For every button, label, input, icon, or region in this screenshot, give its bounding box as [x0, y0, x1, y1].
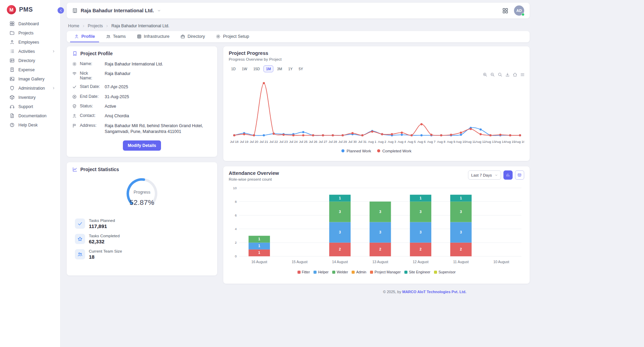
range-5y[interactable]: 5Y	[296, 65, 305, 72]
sidebar-item-help-desk[interactable]: Help Desk	[0, 120, 60, 130]
sidebar-item-image-gallery[interactable]: Image Gallery	[0, 74, 60, 84]
legend-item-project-manager[interactable]: Project Manager	[370, 270, 401, 274]
chevron-right-icon	[105, 24, 109, 28]
tab-directory[interactable]: Directory	[176, 31, 209, 42]
field-label: Start Date:	[80, 84, 102, 89]
table-icon	[517, 173, 522, 177]
project-progress-subtitle: Progress Overview by Project	[229, 57, 524, 62]
sidebar-item-directory[interactable]: Directory	[0, 56, 60, 65]
svg-text:Aug 5: Aug 5	[407, 140, 416, 144]
help-icon	[10, 122, 15, 127]
range-1d[interactable]: 1D	[229, 65, 238, 72]
chevron-right-icon	[52, 86, 55, 90]
svg-text:13 August: 13 August	[372, 260, 388, 264]
tab-infrastructure[interactable]: Infrastructure	[133, 31, 174, 42]
range-1w[interactable]: 1W	[239, 65, 249, 72]
left-column: Project Profile Name:Raja Bahadur Intern…	[67, 46, 217, 275]
user-avatar[interactable]: AD	[514, 5, 524, 16]
legend-item-helper[interactable]: Helper	[313, 270, 328, 274]
sidebar-collapse-button[interactable]	[58, 7, 64, 14]
sidebar-item-activities[interactable]: Activities	[0, 47, 60, 56]
svg-text:15 August: 15 August	[292, 260, 308, 264]
svg-text:3: 3	[339, 210, 341, 214]
zoom-out-icon[interactable]	[490, 72, 495, 77]
legend-swatch	[377, 149, 380, 152]
field-value: Raja Bahadur International Ltd.	[105, 61, 212, 67]
legend-swatch	[297, 271, 301, 274]
sidebar-item-administration[interactable]: Administration	[0, 84, 60, 93]
stats-list: Tasks Planned117,891Tasks Completed62,33…	[72, 218, 212, 260]
range-1m[interactable]: 1M	[263, 65, 273, 72]
menu-icon[interactable]	[520, 72, 525, 77]
attendance-overview-card: Attendance Overview Role-wise present co…	[223, 166, 530, 284]
gallery-icon	[10, 76, 15, 81]
legend-swatch	[313, 271, 317, 274]
avatar-initials: AD	[516, 9, 522, 13]
home-icon[interactable]	[513, 72, 517, 77]
svg-text:2: 2	[235, 241, 237, 244]
zoom-in-icon[interactable]	[483, 72, 487, 77]
footer-company-link[interactable]: MARCO AIoT Technologies Pvt. Ltd.	[402, 290, 466, 294]
svg-text:Aug 3: Aug 3	[388, 140, 396, 144]
search-icon[interactable]	[498, 72, 502, 77]
bookmark-icon	[72, 51, 78, 56]
sidebar-item-inventory[interactable]: Inventory	[0, 93, 60, 102]
sidebar-item-support[interactable]: Support	[0, 102, 60, 111]
app-root: M PMS DashboardProjectsEmployeesActiviti…	[0, 0, 644, 347]
svg-text:Jul 24: Jul 24	[289, 140, 298, 144]
svg-text:3: 3	[420, 230, 422, 234]
legend-item-supervisor[interactable]: Supervisor	[434, 270, 455, 274]
legend-label: Admin	[356, 270, 366, 274]
select-value: Last 7 Days	[471, 173, 492, 177]
profile-fields: Name:Raja Bahadur International Ltd.Nick…	[72, 61, 212, 135]
attendance-titles: Attendance Overview Role-wise present co…	[229, 170, 279, 182]
apps-grid-button[interactable]	[502, 7, 509, 14]
svg-text:Aug 7: Aug 7	[427, 140, 435, 144]
sidebar-item-dashboard[interactable]: Dashboard	[0, 19, 60, 28]
tab-teams[interactable]: Teams	[102, 31, 130, 42]
company-selector[interactable]: Raja Bahadur International Ltd.	[72, 8, 161, 13]
download-icon[interactable]	[505, 72, 510, 77]
sidebar-item-documentation[interactable]: Documentation	[0, 111, 60, 120]
sidebar-nav: DashboardProjectsEmployeesActivitiesDire…	[0, 19, 60, 130]
projects-icon	[10, 30, 15, 35]
check-icon	[72, 85, 77, 89]
sidebar-item-expense[interactable]: Expense	[0, 65, 60, 74]
field-label: Status:	[80, 104, 102, 108]
sidebar-item-employees[interactable]: Employees	[0, 37, 60, 47]
svg-text:10: 10	[233, 186, 237, 190]
breadcrumb-item[interactable]: Home	[68, 24, 79, 28]
range-3m[interactable]: 3M	[275, 65, 285, 72]
tab-label: Directory	[188, 34, 205, 39]
tab-profile[interactable]: Profile	[70, 31, 99, 42]
directory-icon	[10, 58, 15, 63]
field-contact: Contact:Anuj Chordia	[72, 113, 212, 119]
sidebar-item-projects[interactable]: Projects	[0, 28, 60, 37]
tab-project-setup[interactable]: Project Setup	[212, 31, 253, 42]
legend-item-fitter[interactable]: Fitter	[297, 270, 310, 274]
grid-icon	[137, 34, 142, 39]
date-range-select[interactable]: Last 7 Days	[468, 170, 501, 180]
legend-label: Supervisor	[438, 270, 455, 274]
legend-item-completed-work[interactable]: Completed Work	[377, 149, 411, 153]
nav-label: Expense	[18, 67, 35, 72]
svg-text:2: 2	[339, 247, 341, 251]
breadcrumb-item[interactable]: Projects	[88, 24, 103, 28]
field-value: Anuj Chordia	[105, 113, 212, 119]
legend-label: Fitter	[302, 270, 310, 274]
legend-item-admin[interactable]: Admin	[352, 270, 366, 274]
legend-item-site-engineer[interactable]: Site Engineer	[404, 270, 430, 274]
legend-item-planned-work[interactable]: Planned Work	[341, 149, 371, 153]
chart-view-button[interactable]	[503, 170, 513, 180]
nav-label: Directory	[18, 58, 35, 63]
svg-text:1: 1	[258, 251, 260, 255]
legend-label: Welder	[337, 270, 348, 274]
svg-text:Aug 15: Aug 15	[505, 140, 515, 144]
modify-details-button[interactable]: Modify Details	[123, 140, 161, 151]
range-15d[interactable]: 15D	[251, 65, 262, 72]
table-view-button[interactable]	[515, 170, 524, 180]
range-1y[interactable]: 1Y	[286, 65, 295, 72]
users-icon	[75, 249, 85, 259]
svg-text:3: 3	[460, 230, 462, 234]
legend-item-welder[interactable]: Welder	[332, 270, 348, 274]
